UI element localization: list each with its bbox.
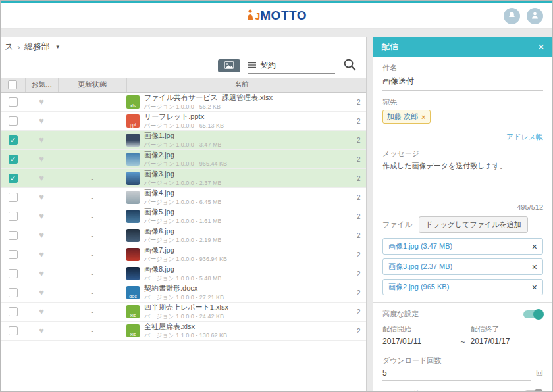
- address-book-link[interactable]: アドレス帳: [382, 132, 543, 142]
- recipient-remove-icon[interactable]: ×: [421, 113, 425, 121]
- favorite-icon[interactable]: ♥: [39, 97, 44, 107]
- table-row[interactable]: ♥ - 画像7.jpg バージョン 1.0.0.0 - 936.94 KB 2: [1, 245, 366, 264]
- breadcrumb-root[interactable]: ス: [5, 41, 13, 53]
- attachment-name[interactable]: 画像2.jpg (965 KB): [388, 282, 449, 292]
- date-range-tilde: ~: [461, 337, 465, 349]
- logo-person-icon: [246, 9, 254, 22]
- favorite-icon[interactable]: ♥: [39, 211, 44, 221]
- attachment-list: 画像1.jpg (3.47 MB) × 画像3.jpg (2.37 MB) × …: [382, 238, 543, 299]
- file-table: お気... 更新状態 名前 ♥ - xls ファイル共有サービス_課題管理表.x…: [1, 78, 366, 341]
- favorite-icon[interactable]: ♥: [39, 268, 44, 278]
- favorite-icon[interactable]: ♥: [39, 287, 44, 297]
- start-date-label: 配信開始: [382, 324, 456, 334]
- subject-field[interactable]: 画像送付: [382, 76, 543, 91]
- table-row[interactable]: ♥ - doc 契約書雛形.docx バージョン 1.0.0.0 - 27.21…: [1, 283, 366, 302]
- file-date-clipped: 2: [357, 194, 361, 201]
- row-checkbox[interactable]: [9, 116, 18, 126]
- favorite-icon[interactable]: ♥: [39, 116, 44, 126]
- close-icon[interactable]: ×: [538, 41, 544, 53]
- table-row[interactable]: ♥ - 画像4.jpg バージョン 1.0.0.0 - 6.45 MB 2: [1, 187, 366, 207]
- add-file-button[interactable]: ドラッグしてファイルを追加: [419, 216, 528, 233]
- file-name: 画像1.jpg: [144, 131, 221, 141]
- row-checkbox[interactable]: [9, 174, 18, 183]
- table-row[interactable]: ♥ - 画像3.jpg バージョン 1.0.0.0 - 2.37 MB 2: [1, 168, 366, 187]
- table-row[interactable]: ♥ - xls ファイル共有サービス_課題管理表.xlsx バージョン 1.0.…: [1, 92, 366, 111]
- main-content: ス › 総務部 ▼ 契約: [1, 29, 552, 392]
- favorite-icon[interactable]: ♥: [39, 326, 44, 335]
- breadcrumb-current-folder[interactable]: 総務部: [24, 41, 50, 53]
- select-all-header[interactable]: [1, 78, 25, 92]
- file-version: バージョン 1.0.0.0 - 2.37 MB: [144, 179, 221, 187]
- message-label: メッセージ: [382, 149, 543, 159]
- end-date-field[interactable]: 2017/01/17: [471, 337, 544, 349]
- account-button[interactable]: [527, 8, 543, 24]
- attachment-name[interactable]: 画像3.jpg (2.37 MB): [388, 262, 452, 272]
- file-date-clipped: 2: [357, 118, 361, 125]
- row-checkbox[interactable]: [9, 326, 18, 335]
- advanced-toggle[interactable]: [523, 310, 543, 318]
- char-count: 495/512: [382, 203, 543, 211]
- user-icon: [531, 11, 539, 22]
- start-date-field[interactable]: 2017/01/11: [382, 337, 456, 349]
- attachment-remove-icon[interactable]: ×: [532, 242, 537, 251]
- attachment-name[interactable]: 画像1.jpg (3.47 MB): [388, 241, 452, 251]
- row-checkbox[interactable]: [9, 288, 18, 297]
- favorite-icon[interactable]: ♥: [39, 154, 44, 164]
- row-checkbox[interactable]: [9, 250, 18, 259]
- file-name: 全社屋席表.xlsx: [144, 322, 227, 331]
- panel-title: 配信: [381, 41, 398, 53]
- search-input[interactable]: 契約: [248, 58, 335, 74]
- table-row[interactable]: ♥ - xls 四半期売上レポート1.xlsx バージョン 1.0.0.0 - …: [1, 302, 366, 321]
- update-status: -: [91, 136, 93, 144]
- search-button[interactable]: [343, 58, 357, 74]
- row-checkbox[interactable]: [9, 135, 18, 145]
- breadcrumb-separator: ›: [17, 42, 20, 52]
- file-date-clipped: 2: [357, 289, 361, 297]
- row-checkbox[interactable]: [9, 193, 18, 202]
- folder-dropdown-icon[interactable]: ▼: [55, 44, 61, 50]
- image-view-icon: [224, 61, 234, 71]
- table-row[interactable]: ♥ - 画像6.jpg バージョン 1.0.0.0 - 2.19 MB 2: [1, 226, 366, 245]
- table-row[interactable]: ♥ - 画像5.jpg バージョン 1.0.0.0 - 1.61 MB 2: [1, 207, 366, 226]
- recipient-field[interactable]: 加藤 次郎 ×: [382, 110, 543, 128]
- file-table-header: お気... 更新状態 名前: [1, 78, 366, 92]
- favorite-icon[interactable]: ♥: [39, 135, 44, 145]
- row-checkbox[interactable]: [9, 269, 18, 278]
- favorite-icon[interactable]: ♥: [39, 230, 44, 240]
- file-date-clipped: 2: [357, 251, 361, 258]
- file-date-clipped: 2: [357, 175, 361, 182]
- end-date-label: 配信終了: [471, 324, 544, 334]
- file-version: バージョン 1.0.0.0 - 2.19 MB: [144, 236, 221, 245]
- table-row[interactable]: ♥ - 画像1.jpg バージョン 1.0.0.0 - 3.47 MB 2: [1, 130, 366, 149]
- row-checkbox[interactable]: [9, 155, 18, 164]
- table-row[interactable]: ♥ - 画像2.jpg バージョン 1.0.0.0 - 965.44 KB 2: [1, 149, 366, 168]
- select-all-checkbox[interactable]: [8, 80, 17, 89]
- message-field[interactable]: 作成した画像データを送付致します。: [382, 161, 543, 202]
- table-row[interactable]: ♥ - ppt リーフレット.pptx バージョン 1.0.0.0 - 65.1…: [1, 111, 366, 130]
- attachment-remove-icon[interactable]: ×: [532, 283, 537, 292]
- attachment-chip: 画像1.jpg (3.47 MB) ×: [382, 238, 543, 255]
- table-row[interactable]: ♥ - 画像8.jpg バージョン 1.0.0.0 - 5.48 MB 2: [1, 264, 366, 283]
- view-mode-button[interactable]: [218, 59, 240, 72]
- password-toggle[interactable]: [523, 390, 543, 392]
- favorite-icon[interactable]: ♥: [39, 173, 44, 183]
- favorite-icon[interactable]: ♥: [39, 249, 44, 259]
- column-update-status: 更新状態: [58, 78, 126, 92]
- download-count-field[interactable]: 5: [382, 368, 531, 381]
- delivery-period: 配信開始 2017/01/11 ~ 配信終了 2017/01/17: [382, 324, 543, 349]
- row-checkbox[interactable]: [9, 97, 18, 107]
- column-clipped: [357, 78, 366, 92]
- download-count-label: ダウンロード回数: [382, 356, 543, 366]
- notifications-button[interactable]: [504, 8, 520, 24]
- search-value: 契約: [260, 60, 276, 71]
- row-checkbox[interactable]: [9, 212, 18, 221]
- attachment-remove-icon[interactable]: ×: [532, 262, 537, 272]
- row-checkbox[interactable]: [9, 307, 18, 316]
- favorite-icon[interactable]: ♥: [39, 306, 44, 316]
- jmotto-logo[interactable]: J MOTTO: [246, 9, 307, 23]
- attachment-chip: 画像3.jpg (2.37 MB) ×: [382, 258, 543, 275]
- favorite-icon[interactable]: ♥: [39, 192, 44, 202]
- file-type-icon: ppt: [126, 114, 140, 128]
- table-row[interactable]: ♥ - xls 全社屋席表.xlsx バージョン 1.1.0.0 - 130.6…: [1, 321, 366, 340]
- row-checkbox[interactable]: [9, 231, 18, 240]
